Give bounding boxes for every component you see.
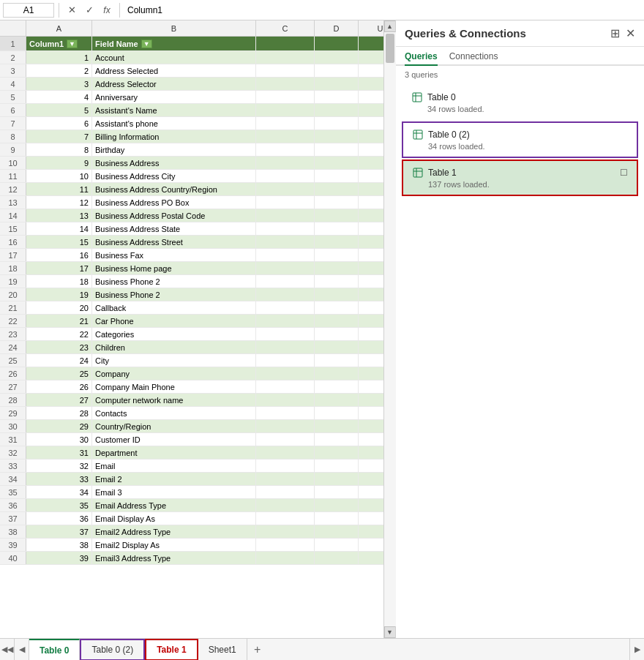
cell-23d[interactable] — [315, 328, 359, 340]
cell-21a[interactable]: 20 — [26, 301, 92, 314]
col-header-a[interactable]: A — [26, 20, 92, 36]
cell-17c[interactable] — [256, 249, 315, 261]
cell-25u[interactable] — [359, 354, 383, 367]
cell-11a[interactable]: 10 — [26, 170, 92, 182]
cell-4c[interactable] — [256, 78, 315, 90]
cell-27u[interactable] — [359, 380, 383, 393]
cell-10b[interactable]: Business Address — [92, 157, 256, 169]
cell-20u[interactable] — [359, 288, 383, 301]
cell-31u[interactable] — [359, 433, 383, 446]
cell-4b[interactable]: Address Selector — [92, 78, 256, 90]
cell-39d[interactable] — [315, 539, 359, 551]
cell-24d[interactable] — [315, 341, 359, 353]
cell-31d[interactable] — [315, 433, 359, 446]
cell-13u[interactable] — [359, 196, 383, 209]
cell-3d[interactable] — [315, 64, 359, 77]
cell-21b[interactable]: Callback — [92, 301, 256, 314]
cell-26c[interactable] — [256, 367, 315, 380]
cell-33a[interactable]: 32 — [26, 460, 92, 472]
cell-4u[interactable] — [359, 78, 383, 90]
cell-20d[interactable] — [315, 288, 359, 301]
cell-5u[interactable] — [359, 91, 383, 103]
cell-16a[interactable]: 15 — [26, 236, 92, 248]
cell-6d[interactable] — [315, 104, 359, 116]
cell-32b[interactable]: Department — [92, 446, 256, 459]
cell-18u[interactable] — [359, 262, 383, 274]
cell-16d[interactable] — [315, 236, 359, 248]
cell-35a[interactable]: 34 — [26, 486, 92, 498]
cell-11c[interactable] — [256, 170, 315, 182]
cell-14c[interactable] — [256, 209, 315, 222]
cell-8u[interactable] — [359, 130, 383, 143]
cell-24c[interactable] — [256, 341, 315, 353]
cell-28d[interactable] — [315, 394, 359, 406]
cell-37b[interactable]: Email Display As — [92, 512, 256, 525]
cell-38a[interactable]: 37 — [26, 525, 92, 538]
query-item-1[interactable]: Table 0 (2) 34 rows loaded. — [402, 121, 638, 158]
cell-12c[interactable] — [256, 183, 315, 195]
cell-40a[interactable]: 39 — [26, 552, 92, 564]
cell-29u[interactable] — [359, 407, 383, 419]
cell-17b[interactable]: Business Fax — [92, 249, 256, 261]
tab-nav-left[interactable]: ◀ — [15, 639, 29, 661]
fx-icon[interactable]: fx — [99, 2, 115, 18]
cell-22c[interactable] — [256, 315, 315, 327]
cell-36a[interactable]: 35 — [26, 499, 92, 511]
cell-37a[interactable]: 36 — [26, 512, 92, 525]
cell-29d[interactable] — [315, 407, 359, 419]
cell-40d[interactable] — [315, 552, 359, 564]
cell-6c[interactable] — [256, 104, 315, 116]
cell-26u[interactable] — [359, 367, 383, 380]
cell-33u[interactable] — [359, 460, 383, 472]
cell-40c[interactable] — [256, 552, 315, 564]
cell-25a[interactable]: 24 — [26, 354, 92, 367]
cell-18b[interactable]: Business Home page — [92, 262, 256, 274]
cell-38c[interactable] — [256, 525, 315, 538]
cell-31a[interactable]: 30 — [26, 433, 92, 446]
cell-22d[interactable] — [315, 315, 359, 327]
col-header-u[interactable]: U — [359, 20, 383, 36]
cell-21u[interactable] — [359, 301, 383, 314]
tab-scroll-right[interactable]: ▶ — [629, 639, 644, 661]
cell-8a[interactable]: 7 — [26, 130, 92, 143]
cell-26b[interactable]: Company — [92, 367, 256, 380]
cell-40u[interactable] — [359, 552, 383, 564]
tab-nav-first[interactable]: ◀◀ — [0, 639, 15, 661]
vertical-scrollbar[interactable]: ▲ ▼ — [383, 20, 395, 638]
add-sheet-btn[interactable]: + — [247, 639, 268, 661]
sheet-tab-3[interactable]: Sheet1 — [198, 639, 247, 661]
formula-input[interactable]: Column1 — [124, 4, 641, 17]
scroll-up-btn[interactable]: ▲ — [384, 20, 396, 32]
cell-3b[interactable]: Address Selected — [92, 64, 256, 77]
cell-24u[interactable] — [359, 341, 383, 353]
cell-36b[interactable]: Email Address Type — [92, 499, 256, 511]
cell-7u[interactable] — [359, 117, 383, 130]
cell-13a[interactable]: 12 — [26, 196, 92, 209]
cell-7c[interactable] — [256, 117, 315, 130]
cell-5c[interactable] — [256, 91, 315, 103]
cell-31b[interactable]: Customer ID — [92, 433, 256, 446]
cell-27a[interactable]: 26 — [26, 380, 92, 393]
cell-24b[interactable]: Children — [92, 341, 256, 353]
cell-30c[interactable] — [256, 420, 315, 432]
col-header-c[interactable]: C — [256, 20, 315, 36]
cell-9b[interactable]: Birthday — [92, 143, 256, 156]
cell-2d[interactable] — [315, 51, 359, 64]
confirm-icon[interactable]: ✓ — [81, 2, 97, 18]
cell-20c[interactable] — [256, 288, 315, 301]
cell-20b[interactable]: Business Phone 2 — [92, 288, 256, 301]
cell-14a[interactable]: 13 — [26, 209, 92, 222]
close-icon[interactable]: ✕ — [626, 26, 635, 40]
cell-10c[interactable] — [256, 157, 315, 169]
cell-18c[interactable] — [256, 262, 315, 274]
cell-20a[interactable]: 19 — [26, 288, 92, 301]
cell-2u[interactable] — [359, 51, 383, 64]
cell-30d[interactable] — [315, 420, 359, 432]
cell-27b[interactable]: Company Main Phone — [92, 380, 256, 393]
cell-10d[interactable] — [315, 157, 359, 169]
cell-19a[interactable]: 18 — [26, 275, 92, 288]
cell-35d[interactable] — [315, 486, 359, 498]
cell-17d[interactable] — [315, 249, 359, 261]
cell-34b[interactable]: Email 2 — [92, 473, 256, 485]
cell-4a[interactable]: 3 — [26, 78, 92, 90]
